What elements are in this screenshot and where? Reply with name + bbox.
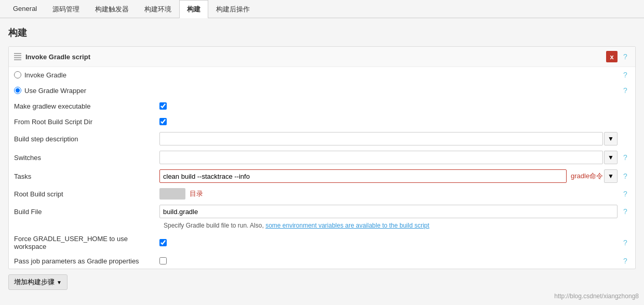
tasks-dropdown[interactable]: ▼ bbox=[604, 169, 618, 183]
pass-params-checkbox[interactable] bbox=[159, 257, 167, 264]
header-help-icon[interactable]: ? bbox=[621, 52, 630, 61]
tab-source[interactable]: 源码管理 bbox=[45, 0, 87, 18]
force-gradle-help-icon[interactable]: ? bbox=[621, 238, 630, 247]
page-title: 构建 bbox=[8, 26, 636, 39]
make-gradlew-content bbox=[159, 102, 618, 110]
block-title: Invoke Gradle script bbox=[25, 53, 606, 61]
build-block: Invoke Gradle script x ? Invoke Gradle ?… bbox=[8, 46, 636, 269]
root-build-grey-box bbox=[159, 188, 185, 200]
tasks-row: Tasks gradle命令 ▼ ? bbox=[9, 167, 635, 185]
build-step-desc-label: Build step description bbox=[14, 135, 159, 143]
tab-general[interactable]: General bbox=[5, 0, 45, 18]
bottom-bar: 增加构建步骤 ▼ bbox=[8, 269, 636, 290]
note-text: Specify Gradle build file to run. Also, … bbox=[9, 221, 635, 232]
add-step-chevron-icon: ▼ bbox=[57, 280, 62, 285]
root-build-help-icon[interactable]: ? bbox=[621, 189, 630, 198]
switches-row: Switches ▼ ? bbox=[9, 148, 635, 167]
switches-dropdown[interactable]: ▼ bbox=[604, 151, 618, 164]
pass-params-content bbox=[159, 257, 618, 264]
force-gradle-label: Force GRADLE_USER_HOME to use workspace bbox=[14, 235, 159, 250]
root-build-content: 目录 bbox=[159, 188, 618, 200]
invoke-gradle-row: Invoke Gradle ? bbox=[9, 67, 635, 83]
close-button[interactable]: x bbox=[606, 51, 618, 62]
tasks-input[interactable] bbox=[159, 169, 567, 183]
drag-handle[interactable] bbox=[14, 53, 21, 60]
tab-build-trigger[interactable]: 构建触发器 bbox=[87, 0, 137, 18]
pass-params-label: Pass job parameters as Gradle properties bbox=[14, 257, 159, 265]
pass-params-help-icon[interactable]: ? bbox=[621, 256, 630, 266]
switches-label: Switches bbox=[14, 154, 159, 162]
from-root-content bbox=[159, 118, 618, 125]
build-file-input[interactable] bbox=[159, 205, 618, 218]
invoke-gradle-label[interactable]: Invoke Gradle bbox=[14, 71, 618, 79]
tab-build-env[interactable]: 构建环境 bbox=[137, 0, 179, 18]
use-wrapper-row: Use Gradle Wrapper ? bbox=[9, 83, 635, 98]
make-gradlew-label: Make gradlew executable bbox=[14, 102, 159, 110]
add-step-button[interactable]: 增加构建步骤 ▼ bbox=[8, 274, 68, 290]
switches-help-icon[interactable]: ? bbox=[621, 153, 630, 162]
from-root-label: From Root Build Script Dir bbox=[14, 118, 159, 126]
switches-input[interactable] bbox=[159, 151, 603, 164]
build-step-desc-input[interactable] bbox=[159, 132, 603, 145]
force-gradle-row: Force GRADLE_USER_HOME to use workspace … bbox=[9, 232, 635, 253]
invoke-gradle-radio[interactable] bbox=[14, 71, 21, 78]
root-build-label: Root Build script bbox=[14, 190, 159, 198]
invoke-gradle-help-icon[interactable]: ? bbox=[621, 70, 630, 79]
from-root-row: From Root Build Script Dir bbox=[9, 114, 635, 129]
use-wrapper-label[interactable]: Use Gradle Wrapper bbox=[14, 87, 618, 95]
note-link[interactable]: some environment variables are available… bbox=[265, 222, 430, 229]
make-gradlew-checkbox[interactable] bbox=[159, 102, 167, 110]
tasks-label: Tasks bbox=[14, 173, 159, 180]
build-file-row: Build File ? bbox=[9, 202, 635, 221]
tab-post-build[interactable]: 构建后操作 bbox=[208, 0, 258, 18]
tasks-annotation: gradle命令 bbox=[571, 171, 603, 181]
build-step-desc-dropdown[interactable]: ▼ bbox=[604, 132, 618, 145]
make-gradlew-row: Make gradlew executable bbox=[9, 98, 635, 114]
root-build-row: Root Build script 目录 ? bbox=[9, 185, 635, 202]
use-wrapper-help-icon[interactable]: ? bbox=[621, 86, 630, 95]
switches-content: ▼ bbox=[159, 151, 618, 164]
build-file-label: Build File bbox=[14, 208, 159, 216]
root-build-dir-label: 目录 bbox=[190, 189, 203, 198]
build-step-desc-content: ▼ bbox=[159, 132, 618, 145]
add-step-label: 增加构建步骤 bbox=[14, 277, 55, 287]
tasks-content: gradle命令 ▼ bbox=[159, 169, 618, 183]
watermark: http://blog.csdnet/xiangzhong8 bbox=[554, 293, 639, 300]
from-root-checkbox[interactable] bbox=[159, 118, 167, 125]
pass-params-row: Pass job parameters as Gradle properties… bbox=[9, 253, 635, 269]
top-nav: General 源码管理 构建触发器 构建环境 构建 构建后操作 bbox=[0, 0, 644, 18]
tasks-help-icon[interactable]: ? bbox=[621, 171, 630, 181]
tab-build[interactable]: 构建 bbox=[179, 0, 208, 18]
force-gradle-checkbox[interactable] bbox=[159, 239, 167, 246]
build-step-desc-row: Build step description ▼ bbox=[9, 129, 635, 148]
build-file-content bbox=[159, 205, 618, 218]
page-content: 构建 Invoke Gradle script x ? Invoke Gradl… bbox=[0, 18, 644, 305]
block-header: Invoke Gradle script x ? bbox=[9, 47, 635, 67]
force-gradle-content bbox=[159, 239, 618, 246]
build-file-help-icon[interactable]: ? bbox=[621, 207, 630, 216]
use-wrapper-radio[interactable] bbox=[14, 87, 21, 94]
